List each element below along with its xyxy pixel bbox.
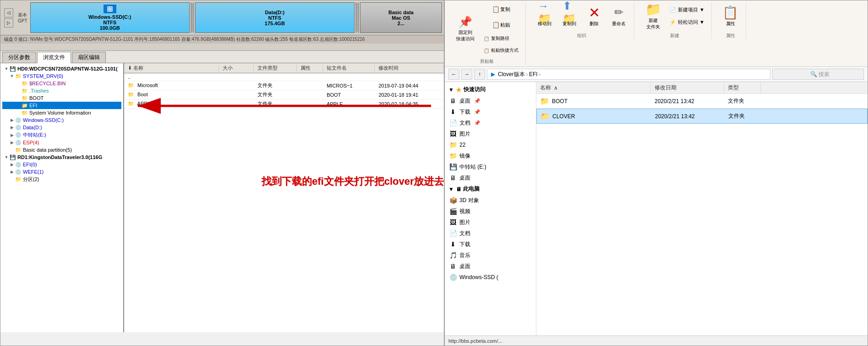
nav-docs-quick[interactable]: 📄 文档 📌: [445, 117, 536, 128]
copy-path-icon: 📋: [484, 36, 489, 41]
copy-path-btn[interactable]: 📋 复制路径: [480, 33, 522, 44]
system-vol-label: System Volume Information: [29, 110, 91, 115]
tree-system-vol-info[interactable]: 📁 System Volume Information: [2, 109, 121, 116]
tree-boot-folder[interactable]: 📁 BOOT: [2, 94, 121, 102]
explorer-modified-boot: 2020/2/21 13:42: [651, 97, 724, 105]
recycle-bin-label: $RECYCLE.BIN: [29, 81, 66, 86]
file-row-apple[interactable]: 📁 APPLE 文件夹 APPLE 2020-02-18 04:35: [124, 99, 444, 109]
tree-partition-2[interactable]: 📁 分区(2): [2, 176, 121, 183]
data-bar[interactable]: Data(D:) NTFS 175.4GB: [195, 2, 355, 33]
tree-efi-folder[interactable]: 📁 EFI: [2, 102, 121, 109]
data-d-label: Data(D:): [23, 125, 42, 130]
col-header-attr[interactable]: 属性: [297, 65, 323, 71]
tree-rd1[interactable]: ▼ 💾 RD1:KingstonDataTraveler3.0(116G: [2, 154, 121, 161]
explorer-col-modified[interactable]: 修改日期: [651, 82, 724, 93]
pin-quick-label: 固定到快速访问: [456, 29, 475, 42]
tab-sector-edit[interactable]: 扇区编辑: [72, 52, 106, 63]
rename-btn[interactable]: ✏ 重命名: [607, 2, 630, 30]
nav-forward-explorer-btn[interactable]: →: [461, 69, 472, 80]
nav-22-quick[interactable]: 📁 22: [445, 139, 536, 150]
nav-desktop-pc[interactable]: 🖥 桌面: [445, 261, 536, 272]
file-short-boot: BOOT: [323, 92, 375, 98]
this-pc-header[interactable]: ▼ 🖥 此电脑: [445, 183, 536, 195]
tree-windows-ssd[interactable]: ▶ 💿 Windows-SSD(C:): [2, 116, 121, 124]
basic-data-label: Basic data partition(5): [23, 147, 72, 153]
nav-tree-panel: ▼ ★ 快速访问 🖥 桌面 📌 ⬇ 下载 📌 📄 文档 📌 🖼 图片: [445, 82, 536, 335]
tree-system-drv[interactable]: ▼ 📁 SYSTEM_DRV(0): [2, 72, 121, 80]
tree-recycle-bin[interactable]: 📁 $RECYCLE.BIN: [2, 80, 121, 87]
properties-btn[interactable]: 📋 属性: [719, 2, 742, 30]
nav-3d-objects[interactable]: 📦 3D 对象: [445, 195, 536, 206]
nav-back-explorer-btn[interactable]: ←: [448, 69, 459, 80]
file-row-microsoft[interactable]: 📁 Microsoft 文件夹 MICROS~1 2019-07-19 04:4…: [124, 81, 444, 90]
new-group-label: 新建: [670, 33, 679, 39]
copy-to-btn[interactable]: ⬆📁 复制到: [558, 2, 581, 30]
tree-transfer-e[interactable]: ▶ 💿 中转站(E:): [2, 131, 121, 139]
drive-icon-2: 💿: [15, 125, 22, 131]
nav-desktop-quick[interactable]: 🖥 桌面 📌: [445, 95, 536, 106]
tree-trashes[interactable]: 📁 .Trashes: [2, 87, 121, 94]
basic-bar[interactable]: Basic data Mac OS 2...: [360, 2, 442, 33]
delete-label: 删除: [590, 21, 599, 27]
col-header-type[interactable]: 文件类型: [254, 65, 297, 71]
nav-desktop-2[interactable]: 🖥 桌面: [445, 172, 536, 183]
col-header-modified[interactable]: 修改时间: [375, 65, 444, 71]
explorer-col-name[interactable]: 名称 ∧: [536, 82, 651, 93]
tree-efi-0[interactable]: ▶ 💿 EFI(0): [2, 161, 121, 168]
explorer-col-type[interactable]: 类型: [724, 82, 761, 93]
new-folder-btn[interactable]: 📁 新建文件夹: [642, 2, 665, 30]
col-header-size[interactable]: 大小: [219, 65, 254, 71]
nav-back-btn[interactable]: ◁: [4, 8, 13, 17]
videos-icon: 🎬: [448, 207, 458, 215]
nav-pictures-quick[interactable]: 🖼 图片: [445, 128, 536, 139]
status-bar: http://bbs.pcbeta.com/...: [445, 335, 868, 346]
tree-wefe-1[interactable]: ▶ 💿 WEFE(1): [2, 168, 121, 176]
nav-transfer-station[interactable]: 💾 中转站 (E:): [445, 161, 536, 172]
nav-music[interactable]: 🎵 音乐: [445, 250, 536, 261]
move-to-btn[interactable]: →📁 移动到: [533, 2, 556, 30]
videos-label: 视频: [459, 208, 470, 215]
tab-partition-params[interactable]: 分区参数: [2, 52, 36, 63]
main-split: ▼ 💾 HD0:WDCPCSN720SDAPNTW-512G-1101( ▼ 📁…: [0, 63, 444, 332]
file-row-parent[interactable]: ..: [124, 73, 444, 81]
easy-access-btn[interactable]: ⚡ 轻松访问 ▼: [666, 17, 708, 27]
disk-bars: ⊞ Windows-SSD(C:) NTFS 100.0GB Data(D:) …: [30, 2, 442, 33]
nav-windows-ssd-drive[interactable]: 💿 Windows-SSD (: [445, 272, 536, 283]
file-row-boot[interactable]: 📁 Boot 文件夹 BOOT 2020-01-18 19:41: [124, 90, 444, 99]
new-item-btn[interactable]: 📄 新建项目 ▼: [666, 5, 708, 15]
copy-btn[interactable]: 📋 复制: [480, 2, 522, 16]
nav-downloads[interactable]: ⬇ 下载: [445, 239, 536, 250]
explorer-row-boot[interactable]: 📁 BOOT 2020/2/21 13:42 文件夹: [536, 94, 868, 109]
tree-hd0[interactable]: ▼ 💾 HD0:WDCPCSN720SDAPNTW-512G-1101(: [2, 65, 121, 72]
nav-mirror-quick[interactable]: 📁 镜像: [445, 150, 536, 161]
paste-shortcut-btn[interactable]: 📋 粘贴快捷方式: [480, 45, 522, 55]
expand-icon-14: ▶: [9, 161, 15, 168]
mirror-label: 镜像: [459, 152, 470, 160]
nav-forward-btn[interactable]: ▷: [4, 18, 13, 27]
search-btn[interactable]: 🔍 搜索: [772, 69, 864, 80]
folder-icon-boot: 📁: [540, 97, 549, 105]
pin-quick-access-btn[interactable]: 📌 固定到快速访问: [452, 15, 479, 43]
delete-btn[interactable]: ✕ 删除: [583, 2, 606, 30]
nav-videos[interactable]: 🎬 视频: [445, 206, 536, 217]
folder-icon-5: 📁: [22, 103, 28, 109]
windows-ssd-bar[interactable]: ⊞ Windows-SSD(C:) NTFS 100.0GB: [30, 2, 190, 33]
disk-label: 基本 GPT: [16, 2, 29, 33]
col-header-name[interactable]: ⬇ 名称: [124, 65, 219, 71]
nav-pictures[interactable]: 🖼 图片: [445, 217, 536, 228]
tab-browse-files[interactable]: 浏览文件: [37, 52, 71, 63]
folder-icon-22: 📁: [448, 141, 458, 149]
explorer-row-clover[interactable]: 📁 CLOVER 2020/2/21 13:42 文件夹: [536, 109, 868, 124]
partition-tabs: 分区参数 浏览文件 扇区编辑: [0, 51, 444, 63]
nav-documents[interactable]: 📄 文档: [445, 228, 536, 239]
paste-btn[interactable]: 📋 粘贴: [480, 18, 522, 32]
tree-esp4[interactable]: ▶ 💿 ESP(4): [2, 139, 121, 146]
address-path[interactable]: ▶ Clover版本 › EFI ›: [487, 69, 770, 80]
nav-download-quick[interactable]: ⬇ 下载 📌: [445, 106, 536, 117]
tree-data-d[interactable]: ▶ 💿 Data(D:): [2, 124, 121, 131]
tree-basic-data[interactable]: 📁 Basic data partition(5): [2, 146, 121, 154]
quick-access-header[interactable]: ▼ ★ 快速访问: [445, 84, 536, 95]
ribbon-clipboard-buttons: 📌 固定到快速访问 📋 复制 📋 粘贴 📋 复制路径: [452, 2, 522, 55]
nav-up-explorer-btn[interactable]: ↑: [474, 69, 485, 80]
col-header-short[interactable]: 短文件名: [323, 65, 375, 71]
